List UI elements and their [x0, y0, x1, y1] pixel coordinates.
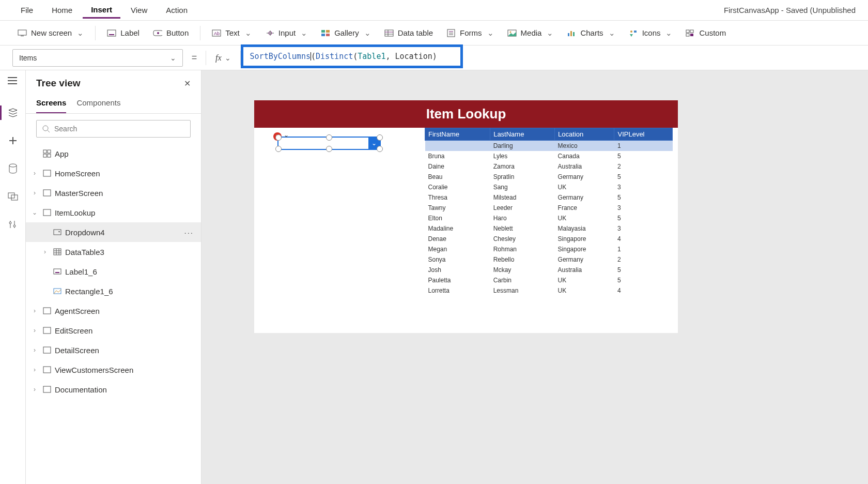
table-row[interactable]: BeauSpratlinGermany5	[425, 172, 673, 182]
data-table-label: Data table	[398, 28, 433, 37]
tab-components[interactable]: Components	[76, 95, 120, 113]
custom-button[interactable]: Custom	[680, 25, 731, 41]
tree-screen-item[interactable]: ›HomeScreen	[26, 163, 201, 183]
tree-control-item[interactable]: Dropdown4···	[26, 222, 201, 242]
menu-home[interactable]: Home	[43, 3, 81, 18]
tree-control-item[interactable]: ›DataTable3	[26, 242, 201, 262]
table-cell: Malayasia	[555, 223, 614, 234]
tree-screen-item[interactable]: ›AgentScreen	[26, 301, 201, 321]
table-row[interactable]: SonyaRebelloGermany2	[425, 254, 673, 265]
table-cell: Carbin	[490, 275, 555, 285]
charts-button[interactable]: Charts ⌄	[562, 25, 620, 41]
table-row[interactable]: DaineZamoraAustralia2	[425, 161, 673, 172]
tree-screen-item[interactable]: ›DetailScreen	[26, 340, 201, 360]
chevron-icon[interactable]: ›	[40, 248, 50, 255]
tab-screens[interactable]: Screens	[36, 95, 66, 113]
table-row[interactable]: DenaeChesleySingapore4	[425, 234, 673, 244]
tree-item-label: ViewCustomersScreen	[55, 366, 133, 374]
table-row[interactable]: EltonHaroUK5	[425, 213, 673, 223]
tree-screen-item[interactable]: ⌄ItemLookup	[26, 203, 201, 222]
chevron-icon[interactable]: ›	[30, 327, 39, 334]
table-row[interactable]: CoralieSangUK3	[425, 182, 673, 192]
advanced-rail-button[interactable]	[5, 216, 21, 233]
property-selector[interactable]: Items ⌄	[12, 49, 183, 67]
table-row[interactable]: BrunaLylesCanada5	[425, 151, 673, 161]
label-button[interactable]: Label	[102, 25, 145, 41]
resize-handle[interactable]	[377, 146, 383, 152]
table-header[interactable]: LastName	[490, 128, 555, 141]
svg-point-5	[157, 32, 159, 34]
insert-rail-button[interactable]	[5, 132, 21, 149]
tree-title: Tree view	[36, 78, 81, 89]
tree-screen-item[interactable]: ›MasterScreen	[26, 183, 201, 203]
table-row[interactable]: MeganRohmanSingapore1	[425, 244, 673, 254]
tree-screen-item[interactable]: ›ViewCustomersScreen	[26, 360, 201, 380]
menu-action[interactable]: Action	[158, 3, 196, 18]
forms-button[interactable]: Forms ⌄	[441, 25, 499, 41]
tree-screen-item[interactable]: ›Documentation	[26, 380, 201, 399]
chevron-icon[interactable]: ›	[30, 366, 39, 373]
tree-control-item[interactable]: Label1_6	[26, 262, 201, 281]
tree-app-root[interactable]: App	[26, 144, 201, 163]
icons-button[interactable]: Icons ⌄	[624, 25, 678, 41]
tree-view-rail-button[interactable]	[5, 104, 21, 121]
table-header[interactable]: FirstName	[425, 128, 490, 141]
screen-icon	[42, 365, 52, 374]
table-header[interactable]: VIPLevel	[614, 128, 673, 141]
table-row[interactable]: PaulettaCarbinUK5	[425, 275, 673, 285]
more-icon[interactable]: ···	[184, 228, 194, 237]
svg-rect-56	[54, 249, 61, 255]
menu-file[interactable]: File	[12, 3, 41, 18]
table-row[interactable]: TawnyLeederFrance3	[425, 203, 673, 213]
search-input[interactable]	[54, 125, 185, 133]
table-row[interactable]: LorrettaLessmanUK4	[425, 285, 673, 296]
resize-handle[interactable]	[377, 134, 383, 141]
chevron-icon[interactable]: ›	[30, 386, 39, 393]
menu-insert[interactable]: Insert	[83, 2, 120, 19]
resize-handle[interactable]	[275, 134, 282, 141]
data-table-button[interactable]: Data table	[379, 25, 438, 41]
button-button[interactable]: Button	[148, 25, 194, 41]
close-icon[interactable]: ✕	[184, 79, 191, 88]
formula-input[interactable]: SortByColumns(Distinct(Table1, Location)	[247, 48, 856, 68]
input-button[interactable]: Input ⌄	[260, 25, 313, 41]
resize-handle[interactable]	[326, 146, 332, 152]
chevron-icon[interactable]: ›	[30, 346, 39, 354]
tree-screen-item[interactable]: ›EditScreen	[26, 321, 201, 340]
table-row[interactable]: ThresaMilsteadGermany5	[425, 192, 673, 203]
canvas-area[interactable]: Item Lookup ✕ ⌄ ⌄ FirstNameLastNameLocat…	[202, 70, 868, 484]
new-screen-button[interactable]: New screen ⌄	[12, 25, 89, 41]
data-rail-button[interactable]	[5, 160, 21, 177]
chevron-icon[interactable]: ⌄	[30, 209, 39, 216]
resize-handle[interactable]	[326, 134, 332, 141]
hamburger-icon[interactable]	[7, 77, 18, 85]
label-icon	[53, 267, 62, 276]
selection-chevron-icon[interactable]: ⌄	[284, 131, 289, 139]
button-text: Button	[166, 28, 189, 37]
table-row[interactable]: MadalineNeblettMalayasia3	[425, 223, 673, 234]
text-button[interactable]: Ab Text ⌄	[207, 25, 257, 41]
chevron-down-icon: ⌄	[77, 28, 84, 38]
chevron-icon[interactable]: ›	[30, 189, 39, 196]
tree-search[interactable]	[36, 120, 191, 138]
table-row[interactable]: DarlingMexico1	[425, 141, 673, 152]
chevron-icon[interactable]: ›	[30, 307, 39, 314]
media-button[interactable]: Media ⌄	[502, 25, 559, 41]
gallery-button[interactable]: Gallery ⌄	[316, 25, 376, 41]
data-table-control[interactable]: FirstNameLastNameLocationVIPLevelDarling…	[425, 128, 673, 333]
resize-handle[interactable]	[275, 146, 282, 152]
svg-line-47	[48, 130, 50, 132]
media-rail-button[interactable]	[5, 188, 21, 205]
table-header[interactable]: Location	[555, 128, 614, 141]
svg-rect-68	[43, 386, 51, 392]
table-cell: 2	[614, 254, 673, 265]
chevron-icon[interactable]: ›	[30, 170, 39, 177]
tree-control-item[interactable]: Rectangle1_6	[26, 281, 201, 301]
menu-view[interactable]: View	[122, 3, 156, 18]
fx-icon: fx	[215, 53, 222, 63]
fx-button[interactable]: fx ⌄	[212, 53, 234, 63]
tree-item-label: Label1_6	[65, 267, 97, 276]
tree-item-label: DataTable3	[65, 248, 104, 256]
table-row[interactable]: JoshMckayAustralia5	[425, 265, 673, 275]
dropdown-control-selected[interactable]: ✕ ⌄ ⌄	[277, 137, 381, 150]
